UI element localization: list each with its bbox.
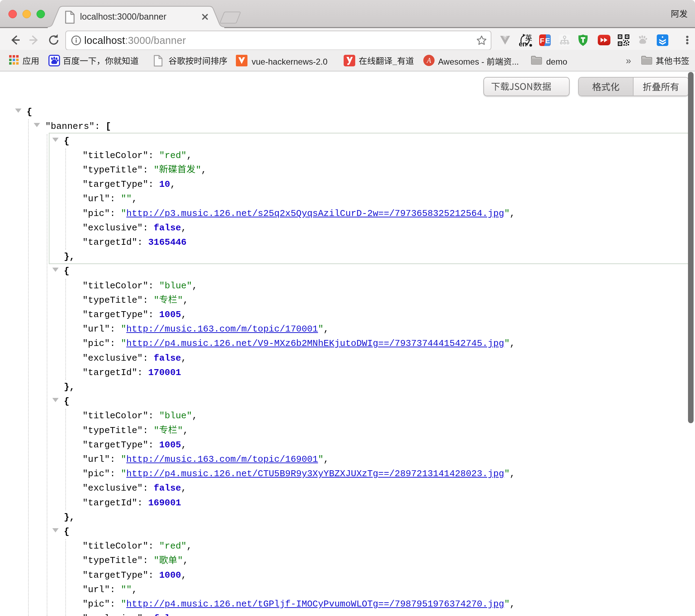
json-property-row: "typeTitle": "新碟首发", [0, 163, 695, 177]
baidu-favicon[interactable] [48, 55, 60, 66]
json-key: "exclusive": [82, 483, 148, 493]
json-property-row: "titleColor": "blue", [0, 279, 695, 293]
json-link-pic[interactable]: http://p4.music.126.net/tGPljf-IMOCyPvum… [126, 599, 504, 609]
collapse-all-button[interactable]: 折叠所有 [634, 78, 688, 96]
window-close-button[interactable] [8, 10, 17, 18]
collapse-triangle-icon[interactable] [52, 268, 59, 272]
tab-title[interactable]: localhost:3000/banner [80, 12, 196, 22]
download-json-button[interactable]: 下载JSON数据 [483, 77, 570, 96]
json-key: "url": [82, 584, 115, 595]
bookmark-apps-label[interactable]: 应用 [22, 57, 39, 65]
json-property-row: "url": "", [0, 192, 695, 206]
json-bracket: [ [106, 121, 111, 132]
json-property-row: "typeTitle": "专栏", [0, 424, 695, 438]
menu-dots-icon[interactable] [686, 35, 689, 46]
json-property-row: "exclusive": false, [0, 351, 695, 366]
fast-forward-icon[interactable] [598, 35, 610, 47]
bookmark-demo[interactable]: demo [546, 57, 567, 67]
vue-favicon[interactable] [236, 55, 247, 66]
json-key: "banners": [45, 121, 100, 132]
json-value-titleColor: "blue" [159, 411, 192, 421]
json-link-url[interactable]: http://music.163.com/m/topic/170001 [126, 324, 318, 334]
vue-devtools-icon[interactable] [499, 34, 511, 47]
reload-icon[interactable] [48, 34, 60, 47]
bookmarks-overflow-chevron[interactable]: » [626, 55, 631, 66]
bookmark-baidu[interactable]: 百度一下，你就知道 [63, 57, 139, 65]
bookmark-vue-hackernews[interactable]: vue-hackernews-2.0 [252, 57, 327, 67]
json-key: "targetId": [82, 367, 143, 378]
tampermonkey-icon[interactable] [578, 34, 588, 47]
url-text[interactable]: localhost:3000/banner [84, 35, 186, 46]
json-brace: }, [64, 382, 75, 392]
bookmark-youdao[interactable]: 在线翻译_有道 [359, 57, 414, 65]
json-key: "pic": [82, 338, 115, 349]
other-bookmarks[interactable]: 其他书签 [656, 57, 689, 65]
json-brace: { [27, 107, 32, 117]
json-row-object-close: }, [0, 380, 695, 394]
new-tab-button[interactable] [217, 11, 243, 26]
tab-close-icon[interactable] [201, 13, 209, 22]
svg-text:E: E [545, 37, 550, 45]
info-icon[interactable] [71, 35, 81, 47]
page-content: 下载JSON数据 格式化 折叠所有 {"banners": [{"titleCo… [0, 72, 695, 616]
json-property-row: "exclusive": false, [0, 611, 695, 616]
json-property-row: "targetId": 170001 [0, 366, 695, 380]
format-button[interactable]: 格式化 [579, 78, 634, 96]
collapse-triangle-icon[interactable] [15, 109, 21, 113]
json-key: "targetType": [82, 440, 154, 450]
json-row-object-close: }, [0, 510, 695, 525]
sitemap-icon[interactable] [559, 34, 570, 47]
scrollbar-thumb[interactable] [688, 72, 694, 423]
forward-icon [28, 34, 40, 47]
todo-icon[interactable] [657, 34, 668, 47]
collapse-triangle-icon[interactable] [52, 138, 59, 142]
collapse-triangle-icon[interactable] [52, 528, 59, 532]
json-key: "targetType": [82, 179, 154, 190]
back-icon[interactable] [9, 34, 21, 47]
window-zoom-button[interactable] [37, 10, 45, 18]
json-value-titleColor: "red" [159, 150, 186, 161]
json-value-typeTitle: "专栏" [154, 295, 183, 306]
browser-window: { "window": { "profile_name": "阿发", "con… [0, 0, 695, 616]
window-minimize-button[interactable] [22, 10, 31, 18]
json-link-pic[interactable]: http://p4.music.126.net/V9-MXz6b2MNhEKju… [126, 338, 504, 349]
page-favicon[interactable] [153, 55, 163, 67]
json-property-row: "titleColor": "red", [0, 149, 695, 163]
paw-icon[interactable] [637, 35, 648, 47]
json-property-row: "targetType": 1005, [0, 308, 695, 322]
qrcode-icon[interactable] [618, 34, 629, 47]
bookmark-apps[interactable] [9, 55, 19, 65]
json-property-row: "typeTitle": "歌单", [0, 553, 695, 568]
json-property-row: "exclusive": false, [0, 481, 695, 496]
json-value-exclusive: false [154, 613, 181, 616]
json-value-targetId: 170001 [148, 367, 181, 378]
json-value-targetType: 1000 [159, 570, 181, 581]
json-key: "titleColor": [82, 411, 154, 421]
collapse-triangle-icon[interactable] [52, 398, 59, 402]
awesomes-favicon[interactable]: A [423, 54, 435, 66]
profile-name[interactable]: 阿发 [671, 9, 688, 19]
json-key: "exclusive": [82, 223, 148, 233]
json-property-row: "targetId": 3165446 [0, 235, 695, 250]
json-row-object-open: { [0, 134, 695, 149]
json-value-exclusive: false [154, 483, 181, 493]
youdao-favicon[interactable] [344, 55, 355, 66]
json-key: "typeTitle": [82, 425, 148, 436]
bookmark-awesomes[interactable]: Awesomes - 前端资... [438, 57, 519, 67]
json-brace: { [64, 396, 70, 407]
translate-icon[interactable]: en [519, 33, 533, 49]
json-link-url[interactable]: http://music.163.com/m/topic/169001 [126, 454, 318, 465]
json-tree: {"banners": [{"titleColor": "red","typeT… [0, 105, 695, 616]
bookmark-star-icon[interactable] [476, 35, 487, 47]
json-link-pic[interactable]: http://p3.music.126.net/s25q2x5QyqsAzilC… [126, 208, 504, 219]
folder-icon[interactable] [531, 55, 542, 65]
json-link-pic[interactable]: http://p4.music.126.net/CTU5B9R9y3XyYBZX… [126, 468, 504, 479]
bookmark-google-sorted[interactable]: 谷歌按时间排序 [168, 57, 227, 65]
bookmarks-bar: 应用 百度一下，你就知道 谷歌按时间排序 vue-hackernews-2.0 … [0, 50, 695, 72]
json-value-titleColor: "blue" [159, 281, 192, 291]
fehelper-icon[interactable]: FE [539, 34, 551, 47]
collapse-triangle-icon[interactable] [34, 123, 40, 127]
format-collapse-group: 格式化 折叠所有 [578, 77, 689, 96]
json-property-row: "url": "", [0, 583, 695, 597]
other-bookmarks-folder-icon[interactable] [641, 55, 653, 65]
